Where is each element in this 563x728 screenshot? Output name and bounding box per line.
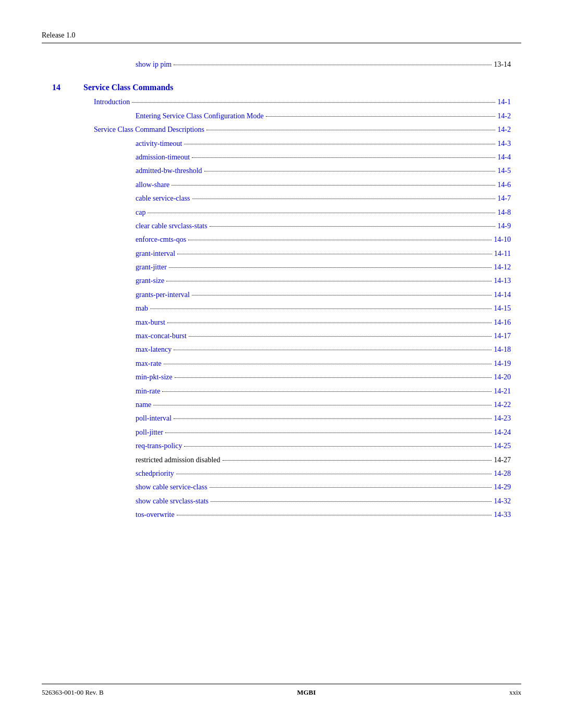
toc-entry: cap 14-8 [52,207,511,218]
toc-entry: grant-jitter 14-12 [52,262,511,273]
toc-entry: admission-timeout 14-4 [52,152,511,163]
toc-label[interactable]: max-burst [136,317,165,328]
toc-dots [150,309,492,309]
toc-page: 14-2 [497,124,511,135]
toc-label[interactable]: schedpriority [136,468,174,479]
toc-label[interactable]: max-latency [136,344,172,355]
toc-page: 14-8 [497,207,511,218]
toc-entry: min-rate 14-21 [52,386,511,397]
toc-dots [210,226,496,227]
chapter-heading: 14 Service Class Commands [52,83,511,92]
toc-label[interactable]: mab [136,303,148,314]
footer-right: xxix [509,688,521,697]
toc-dots [266,116,496,117]
toc-entry: grants-per-interval 14-14 [52,289,511,301]
toc-label[interactable]: cable service-class [136,193,190,204]
toc-page: 14-3 [497,138,511,150]
toc-entry: poll-jitter 14-24 [52,427,511,438]
toc-dots [192,157,495,158]
chapter-title: Service Class Commands [83,83,173,92]
toc-entry: max-concat-burst 14-17 [52,330,511,342]
toc-dots [165,433,492,433]
toc-entry: show cable srvclass-stats 14-32 [52,496,511,507]
header-release: Release 1.0 [42,31,76,40]
toc-label[interactable]: Service Class Command Descriptions [94,124,204,135]
toc-label[interactable]: restricted admission disabled [136,454,221,466]
toc-page: 14-24 [494,427,511,438]
footer-left: 526363-001-00 Rev. B [42,688,104,697]
toc-label[interactable]: admitted-bw-threshold [136,165,202,177]
toc-label[interactable]: admission-timeout [136,152,190,163]
toc-entry: admitted-bw-threshold 14-5 [52,165,511,177]
toc-label[interactable]: cap [136,207,145,218]
toc-dots [177,515,492,515]
toc-label[interactable]: min-rate [136,386,160,397]
toc-entry: allow-share 14-6 [52,179,511,191]
toc-dots [176,474,492,474]
toc-entry: activity-timeout 14-3 [52,138,511,150]
toc-label[interactable]: allow-share [136,179,169,191]
toc-label[interactable]: enforce-cmts-qos [136,234,186,245]
toc-label[interactable]: show ip pim [136,59,172,70]
toc-page: 14-25 [494,440,511,452]
toc-dots [184,144,495,144]
toc-label[interactable]: show cable service-class [136,482,207,493]
toc-entry: name 14-22 [52,399,511,411]
toc-label[interactable]: grants-per-interval [136,289,190,301]
toc-label[interactable]: min-pkt-size [136,372,173,383]
toc-label[interactable]: tos-overwrite [136,509,175,521]
toc-page: 14-18 [494,344,511,355]
toc-entry: mab 14-15 [52,303,511,314]
toc-entry: cable service-class 14-7 [52,193,511,204]
toc-entry-show-ip-pim: show ip pim 13-14 [52,59,511,70]
toc-entry: clear cable srvclass-stats 14-9 [52,220,511,232]
toc-list: Introduction 14-1 Entering Service Class… [52,96,511,521]
page: Release 1.0 show ip pim 13-14 14 Service… [0,0,563,728]
toc-page: 14-21 [494,386,511,397]
toc-page: 14-15 [494,303,511,314]
toc-page: 14-10 [494,234,511,245]
toc-label[interactable]: poll-interval [136,413,172,424]
toc-page: 14-17 [494,330,511,342]
toc-page: 14-5 [497,165,511,177]
toc-page: 14-4 [497,152,511,163]
toc-label[interactable]: grant-size [136,275,164,287]
toc-entry: poll-interval 14-23 [52,413,511,424]
footer: 526363-001-00 Rev. B MGBI xxix [42,684,521,697]
header-bar: Release 1.0 [42,31,521,43]
toc-entry: enforce-cmts-qos 14-10 [52,234,511,245]
toc-page: 14-16 [494,317,511,328]
toc-label[interactable]: Entering Service Class Configuration Mod… [136,110,264,122]
toc-entry: Introduction 14-1 [52,96,511,108]
toc-dots [192,295,492,295]
toc-dots [172,185,495,186]
toc-page: 14-32 [494,496,511,507]
toc-label[interactable]: req-trans-policy [136,440,182,452]
toc-label[interactable]: grant-interval [136,248,175,260]
toc-dots [192,199,496,199]
footer-center: MGBI [297,688,316,697]
toc-entry: req-trans-policy 14-25 [52,440,511,452]
toc-label[interactable]: max-concat-burst [136,330,187,342]
toc-entry: Service Class Command Descriptions 14-2 [52,124,511,135]
toc-label[interactable]: max-rate [136,358,162,369]
toc-label[interactable]: grant-jitter [136,262,167,273]
toc-label[interactable]: show cable srvclass-stats [136,496,209,507]
toc-label[interactable]: name [136,399,151,411]
toc-entry: schedpriority 14-28 [52,468,511,479]
toc-dots [153,405,492,405]
toc-dots [148,213,495,213]
toc-page: 14-11 [494,248,511,260]
toc-page: 14-12 [494,262,511,273]
toc-page: 14-22 [494,399,511,411]
toc-label[interactable]: clear cable srvclass-stats [136,220,207,232]
toc-label[interactable]: poll-jitter [136,427,163,438]
toc-entry: min-pkt-size 14-20 [52,372,511,383]
toc-label[interactable]: Introduction [94,96,130,108]
toc-entry: max-rate 14-19 [52,358,511,369]
toc-dots [189,336,492,337]
toc-page: 14-1 [497,96,511,108]
toc-entry: restricted admission disabled 14-27 [52,454,511,466]
toc-label[interactable]: activity-timeout [136,138,182,150]
toc-dots [169,267,492,268]
